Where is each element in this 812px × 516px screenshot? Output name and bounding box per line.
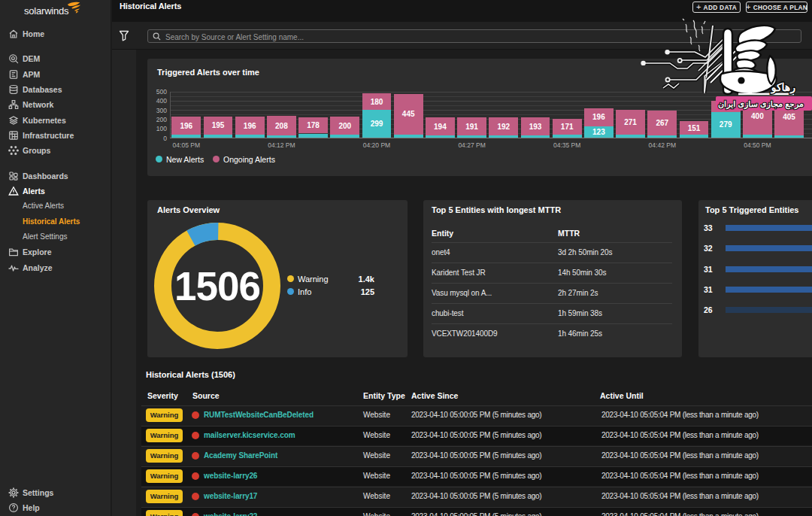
svg-text:رهاکو: رهاکو	[771, 81, 796, 94]
svg-text:مرجع مجازی سازی ایران: مرجع مجازی سازی ایران	[718, 99, 804, 110]
